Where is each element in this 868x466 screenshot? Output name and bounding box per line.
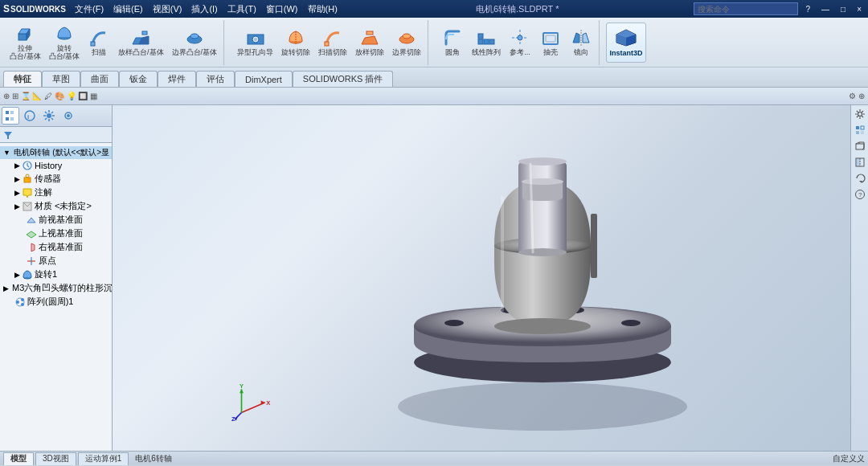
tree-label-pattern: 阵列(圆周)1: [27, 296, 73, 308]
mirror-button[interactable]: 镜向: [567, 22, 596, 63]
tree-item-top-plane[interactable]: 上视基准面: [0, 227, 112, 240]
search-input[interactable]: [694, 2, 798, 15]
svg-marker-18: [362, 36, 378, 44]
statusbar-customize[interactable]: 自定义义: [833, 453, 865, 464]
svg-rect-92: [856, 158, 860, 166]
win-btn-restore[interactable]: □: [837, 5, 849, 14]
display-tab[interactable]: [59, 107, 77, 125]
config-tab[interactable]: [40, 107, 58, 125]
mirror-label: 镜向: [574, 49, 588, 57]
titlebar-menus: 文件(F) 编辑(E) 视图(V) 插入(I) 工具(T) 窗口(W) 帮助(H…: [71, 2, 342, 16]
svg-point-72: [522, 178, 563, 185]
boundary-button[interactable]: 边界凸台/基体: [169, 22, 221, 63]
revolve-boss-button[interactable]: 旋转凸台/基体: [46, 22, 84, 63]
menu-help[interactable]: 帮助(H): [304, 2, 342, 16]
tree-item-right-plane[interactable]: 右视基准面: [0, 240, 112, 254]
menu-window[interactable]: 窗口(W): [262, 2, 302, 16]
tab-sheetmetal[interactable]: 钣金: [119, 71, 158, 87]
win-btn-close[interactable]: ×: [854, 5, 865, 14]
tree-item-revolve1[interactable]: ▶ 旋转1: [0, 268, 112, 281]
tree-arrow-revolve1[interactable]: ▶: [14, 271, 20, 279]
tree-item-material[interactable]: ▶ 材质 <未指定>: [0, 199, 112, 213]
loft-button[interactable]: 放样凸台/基体: [115, 22, 167, 63]
rotate-view-button[interactable]: [853, 171, 867, 186]
tab-evaluate[interactable]: 评估: [196, 71, 235, 87]
view-orient-button[interactable]: [853, 139, 867, 153]
display-style-button[interactable]: [853, 123, 867, 137]
property-tab[interactable]: i: [21, 107, 39, 125]
menu-insert[interactable]: 插入(I): [187, 2, 221, 16]
boundary-cut-button[interactable]: 边界切除: [389, 22, 424, 63]
origin-icon: [26, 255, 37, 267]
tree-item-annotation[interactable]: ▶ 注解: [0, 186, 112, 199]
feature-tree[interactable]: ▼ 电机6转轴 (默认<<默认>显 ▶ History: [0, 143, 112, 451]
extrude-boss-button[interactable]: 拉伸凸台/基体: [6, 22, 44, 63]
svg-rect-35: [10, 111, 14, 114]
sweep-cut-label: 扫描切除: [318, 49, 347, 57]
win-btn-help[interactable]: ?: [803, 5, 814, 14]
toolbar-group-edit: 圆角 线性阵列: [435, 20, 600, 65]
loft-cut-button[interactable]: 放样切除: [352, 22, 387, 63]
svg-point-14: [254, 38, 257, 41]
tree-arrow-material[interactable]: ▶: [14, 202, 20, 211]
tree-item-pattern[interactable]: 阵列(圆周)1: [0, 295, 112, 309]
viewport[interactable]: X Y Z: [113, 105, 850, 451]
menu-edit[interactable]: 编辑(E): [109, 2, 147, 16]
3dview-tab[interactable]: 3D视图: [35, 452, 76, 465]
tab-weldments[interactable]: 焊件: [158, 71, 196, 87]
feature-tree-tab[interactable]: [2, 107, 19, 125]
sweep-icon: [89, 28, 108, 47]
menu-view[interactable]: 视图(V): [149, 2, 186, 16]
tree-item-m3-screw[interactable]: ▶ M3六角凹头螺钉的柱形沉: [0, 281, 112, 295]
reference-button[interactable]: 参考...: [506, 22, 534, 63]
menu-tools[interactable]: 工具(T): [223, 2, 260, 16]
instant3d-button[interactable]: Instant3D: [606, 22, 646, 63]
svg-point-54: [31, 260, 33, 262]
tree-item-root[interactable]: ▼ 电机6转轴 (默认<<默认>显: [0, 146, 112, 159]
annotation-icon: [22, 187, 33, 198]
shell-button[interactable]: 抽壳: [536, 22, 565, 63]
loft-cut-label: 放样切除: [355, 49, 384, 57]
svg-rect-23: [484, 39, 489, 44]
sweep-button[interactable]: 扫描: [84, 22, 113, 63]
left-panel: i: [0, 105, 113, 451]
tab-features[interactable]: 特征: [3, 71, 42, 87]
svg-text:i: i: [27, 113, 29, 121]
linear-pattern-button[interactable]: 线性阵列: [469, 22, 504, 63]
svg-text:Y: Y: [240, 382, 244, 390]
extrude-icon: [15, 24, 35, 43]
tree-item-front-plane[interactable]: 前视基准面: [0, 213, 112, 227]
tree-item-origin[interactable]: 原点: [0, 254, 112, 268]
sweep-cut-button[interactable]: 扫描切除: [315, 22, 350, 63]
tab-sketch[interactable]: 草图: [42, 71, 80, 87]
revolve-cut-button[interactable]: 旋转切除: [278, 22, 313, 63]
tree-arrow-history[interactable]: ▶: [14, 161, 20, 170]
tab-surface[interactable]: 曲面: [80, 71, 119, 87]
model-tab[interactable]: 模型: [3, 452, 34, 465]
section-view-button[interactable]: [853, 155, 867, 170]
tabs-row: 特征 草图 曲面 钣金 焊件 评估 DimXpert SOLIDWORKS 插件: [0, 67, 868, 87]
fillet-button[interactable]: 圆角: [438, 22, 467, 63]
view-tools-icon: ⊕ ⊞ ⌛ 📐 🖊 🎨 💡 🔲 ▦: [3, 92, 97, 100]
extrude-boss-label: 拉伸凸台/基体: [10, 45, 41, 61]
tree-item-history[interactable]: ▶ History: [0, 159, 112, 172]
tab-solidworks-plugins[interactable]: SOLIDWORKS 插件: [293, 71, 394, 87]
tree-arrow-root[interactable]: ▼: [3, 149, 10, 157]
revolve-cut-label: 旋转切除: [281, 49, 310, 57]
tree-arrow-sensor[interactable]: ▶: [14, 175, 20, 183]
menu-file[interactable]: 文件(F): [71, 2, 108, 16]
tree-item-sensor[interactable]: ▶ 传感器: [0, 172, 112, 186]
sweep-label: 扫描: [92, 49, 106, 57]
plane-icon: [26, 215, 37, 226]
svg-text:SOLIDWORKS: SOLIDWORKS: [10, 5, 66, 14]
svg-point-71: [518, 248, 567, 256]
toolbar-group-boss: 拉伸凸台/基体 旋转凸台/基体 扫描: [3, 20, 224, 65]
hole-wizard-button[interactable]: 异型孔向导: [234, 22, 276, 63]
win-btn-minimize[interactable]: —: [818, 5, 833, 14]
tree-arrow-annotation[interactable]: ▶: [14, 189, 20, 197]
tree-arrow-m3screw[interactable]: ▶: [3, 284, 9, 292]
motion-tab[interactable]: 运动算例1: [78, 452, 129, 465]
tab-dimxpert[interactable]: DimXpert: [235, 71, 293, 87]
help-button[interactable]: ?: [853, 187, 867, 202]
view-settings-button[interactable]: [853, 107, 867, 121]
